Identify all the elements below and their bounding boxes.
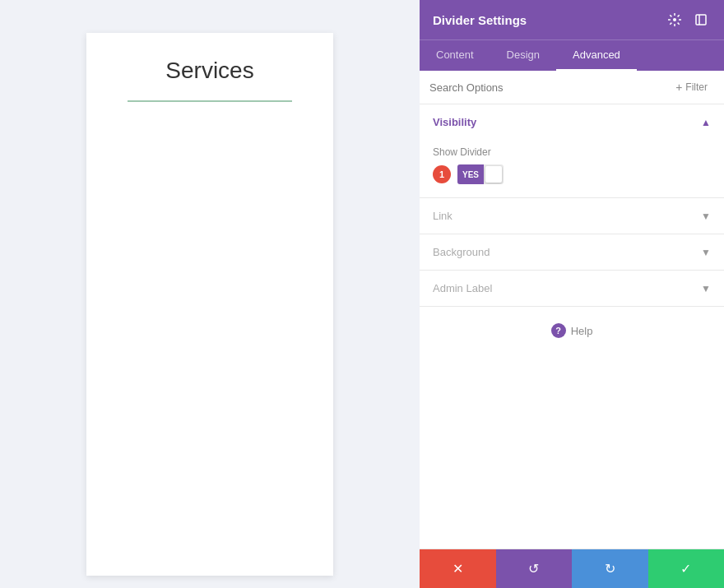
settings-icon[interactable] bbox=[665, 10, 685, 30]
bottom-bar: ✕ ↺ ↻ ✓ bbox=[420, 549, 724, 588]
save-button[interactable]: ✓ bbox=[648, 549, 725, 588]
panel-title: Divider Settings bbox=[433, 13, 527, 27]
background-section: Background ▼ bbox=[420, 234, 724, 271]
link-chevron-down-icon: ▼ bbox=[701, 211, 711, 222]
divider-line bbox=[128, 100, 292, 102]
filter-label: Filter bbox=[685, 81, 708, 93]
tab-design[interactable]: Design bbox=[490, 40, 556, 71]
toggle-thumb bbox=[485, 166, 502, 183]
admin-label-section: Admin Label ▼ bbox=[420, 271, 724, 307]
help-button[interactable]: ? Help bbox=[551, 323, 593, 338]
link-title: Link bbox=[433, 210, 452, 222]
background-chevron-down-icon: ▼ bbox=[701, 247, 711, 258]
page-title: Services bbox=[165, 58, 253, 84]
admin-label-chevron-down-icon: ▼ bbox=[701, 283, 711, 294]
help-label: Help bbox=[571, 325, 593, 337]
background-title: Background bbox=[433, 246, 490, 258]
tab-content[interactable]: Content bbox=[420, 40, 490, 71]
undo-icon: ↺ bbox=[528, 561, 539, 576]
tabs: Content Design Advanced bbox=[420, 39, 724, 71]
save-icon: ✓ bbox=[680, 561, 691, 576]
tab-advanced[interactable]: Advanced bbox=[556, 40, 637, 71]
background-section-header[interactable]: Background ▼ bbox=[420, 234, 724, 270]
cancel-icon: ✕ bbox=[452, 561, 463, 576]
redo-button[interactable]: ↻ bbox=[572, 549, 648, 588]
search-input[interactable] bbox=[429, 81, 669, 94]
help-icon: ? bbox=[551, 323, 566, 338]
page-card: Services bbox=[86, 33, 333, 576]
show-divider-label: Show Divider bbox=[433, 146, 711, 158]
expand-icon[interactable] bbox=[691, 10, 711, 30]
redo-icon: ↻ bbox=[605, 561, 615, 576]
search-bar: + Filter bbox=[420, 71, 724, 104]
visibility-section-header[interactable]: Visibility ▲ bbox=[420, 104, 724, 140]
toggle-row: 1 YES bbox=[433, 164, 711, 184]
visibility-chevron-up-icon: ▲ bbox=[701, 117, 711, 128]
help-area: ? Help bbox=[420, 307, 724, 354]
link-section-header[interactable]: Link ▼ bbox=[420, 198, 724, 234]
filter-button[interactable]: + Filter bbox=[669, 77, 714, 97]
panel-header: Divider Settings bbox=[420, 0, 724, 39]
admin-label-title: Admin Label bbox=[433, 282, 492, 294]
panel-content: Visibility ▲ Show Divider 1 YES Link ▼ bbox=[420, 104, 724, 549]
toggle-yes-label: YES bbox=[457, 164, 484, 184]
admin-label-section-header[interactable]: Admin Label ▼ bbox=[420, 271, 724, 306]
step-badge: 1 bbox=[433, 165, 451, 183]
link-section: Link ▼ bbox=[420, 198, 724, 234]
undo-button[interactable]: ↺ bbox=[496, 549, 573, 588]
panel-header-icons bbox=[665, 10, 711, 30]
visibility-title: Visibility bbox=[433, 116, 476, 128]
show-divider-toggle[interactable]: YES bbox=[457, 164, 504, 184]
visibility-content: Show Divider 1 YES bbox=[420, 140, 724, 197]
settings-panel: Divider Settings Content Design Advanced bbox=[420, 0, 724, 588]
svg-rect-1 bbox=[696, 15, 706, 25]
canvas-area: Services bbox=[0, 0, 420, 588]
cancel-button[interactable]: ✕ bbox=[420, 549, 496, 588]
filter-plus-icon: + bbox=[675, 81, 682, 94]
visibility-section: Visibility ▲ Show Divider 1 YES bbox=[420, 104, 724, 198]
svg-point-0 bbox=[673, 18, 676, 21]
